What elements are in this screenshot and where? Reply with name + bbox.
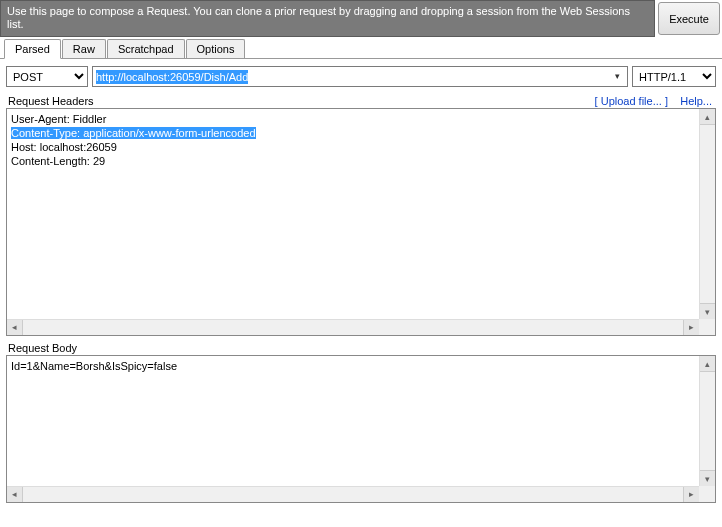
scroll-down-icon[interactable]: ▾ (700, 470, 715, 486)
headers-vscroll[interactable]: ▴ ▾ (699, 109, 715, 319)
tab-scratchpad[interactable]: Scratchpad (107, 39, 185, 58)
scroll-up-icon[interactable]: ▴ (700, 356, 715, 372)
http-method-select[interactable]: POST (6, 66, 88, 87)
header-line[interactable]: Content-Type: application/x-www-form-url… (11, 126, 695, 140)
scroll-up-icon[interactable]: ▴ (700, 109, 715, 125)
scroll-right-icon[interactable]: ▸ (683, 320, 699, 335)
url-input[interactable]: http://localhost:26059/Dish/Add ▾ (92, 66, 628, 87)
scroll-down-icon[interactable]: ▾ (700, 303, 715, 319)
scroll-corner (699, 486, 715, 502)
scroll-left-icon[interactable]: ◂ (7, 487, 23, 502)
tab-options[interactable]: Options (186, 39, 246, 58)
tab-strip: Parsed Raw Scratchpad Options (0, 37, 722, 59)
scroll-corner (699, 319, 715, 335)
body-label: Request Body (6, 342, 77, 354)
upload-file-link[interactable]: [ Upload file... ] (595, 95, 668, 107)
header-line[interactable]: Host: localhost:26059 (11, 140, 695, 154)
body-vscroll[interactable]: ▴ ▾ (699, 356, 715, 486)
tab-parsed[interactable]: Parsed (4, 39, 61, 59)
http-version-select[interactable]: HTTP/1.1 (632, 66, 716, 87)
scroll-right-icon[interactable]: ▸ (683, 487, 699, 502)
tab-raw[interactable]: Raw (62, 39, 106, 58)
headers-label: Request Headers (6, 95, 94, 107)
request-headers-editor[interactable]: User-Agent: FiddlerContent-Type: applica… (6, 108, 716, 336)
header-line[interactable]: Content-Length: 29 (11, 154, 695, 168)
body-text[interactable]: Id=1&Name=Borsh&IsSpicy=false (7, 356, 699, 486)
scroll-left-icon[interactable]: ◂ (7, 320, 23, 335)
composer-hint: Use this page to compose a Request. You … (0, 0, 655, 37)
help-link[interactable]: Help... (680, 95, 712, 107)
url-text: http://localhost:26059/Dish/Add (96, 70, 248, 84)
url-dropdown-icon[interactable]: ▾ (609, 69, 625, 84)
execute-button[interactable]: Execute (658, 2, 720, 35)
header-line[interactable]: User-Agent: Fiddler (11, 112, 695, 126)
request-body-editor[interactable]: Id=1&Name=Borsh&IsSpicy=false ▴ ▾ ◂ ▸ (6, 355, 716, 503)
body-hscroll[interactable]: ◂ ▸ (7, 486, 699, 502)
headers-hscroll[interactable]: ◂ ▸ (7, 319, 699, 335)
